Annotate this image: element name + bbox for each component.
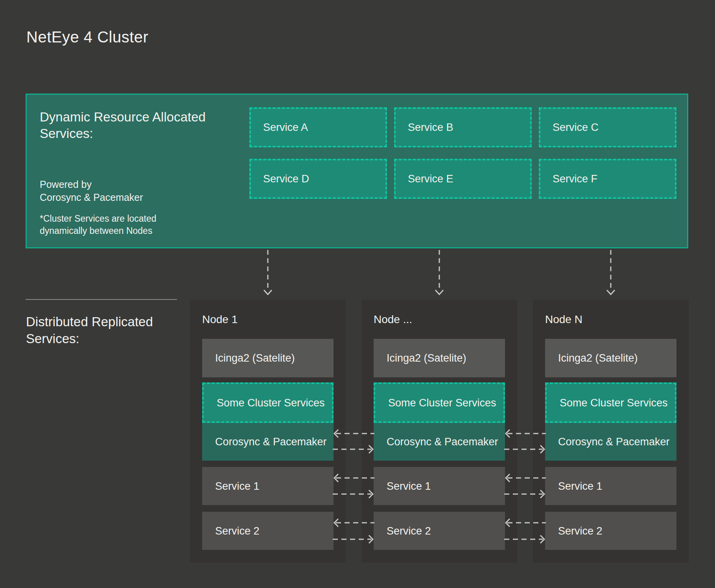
node-card-1: Node 1 Icinga2 (Satelite) Some Cluster S… <box>190 300 346 562</box>
dashed-arrow-right-icon <box>333 489 374 499</box>
note-line2: dynamically between Nodes <box>40 225 157 237</box>
node-n-corosync-box: Corosync & Pacemaker <box>545 423 676 461</box>
dynamic-services-heading: Dynamic Resource Allocated Services: <box>40 109 225 142</box>
node-1-title: Node 1 <box>202 313 238 326</box>
powered-by-line1: Powered by <box>40 178 143 191</box>
dashed-arrow-left-icon <box>333 473 374 483</box>
node-middle-icinga2-box: Icinga2 (Satelite) <box>374 339 505 377</box>
dashed-arrow-left-icon <box>333 428 374 439</box>
dashed-arrow-left-icon <box>504 518 546 528</box>
node-n-cluster-services-box: Some Cluster Services <box>545 382 676 423</box>
service-box-c: Service C <box>539 107 676 147</box>
dashed-arrow-right-icon <box>504 489 546 499</box>
powered-by-line2: Corosync & Pacemaker <box>40 191 143 204</box>
dashed-arrow-down-icon <box>606 250 616 296</box>
dashed-arrow-right-icon <box>333 534 374 544</box>
node-middle-cluster-services-box: Some Cluster Services <box>374 382 505 423</box>
node-1-service-2-box: Service 2 <box>202 512 334 550</box>
node-n-service-1-box: Service 1 <box>545 467 676 505</box>
dashed-arrow-right-icon <box>504 534 546 544</box>
node-1-cluster-services-box: Some Cluster Services <box>202 382 334 423</box>
node-middle-service-2-box: Service 2 <box>374 512 505 550</box>
service-box-b: Service B <box>394 107 532 147</box>
dynamic-services-container: Dynamic Resource Allocated Services: Pow… <box>26 94 688 248</box>
service-box-a: Service A <box>249 107 387 147</box>
distributed-services-heading: Distributed Replicated Services: <box>26 313 175 347</box>
dashed-arrow-right-icon <box>504 444 546 454</box>
neteye-cluster-diagram: NetEye 4 Cluster Dynamic Resource Alloca… <box>0 0 715 588</box>
node-1-corosync-box: Corosync & Pacemaker <box>202 423 334 461</box>
service-box-e: Service E <box>394 159 532 199</box>
section-divider <box>26 299 177 300</box>
powered-by-label: Powered by Corosync & Pacemaker <box>40 178 143 204</box>
note-line1: *Cluster Services are located <box>40 213 157 225</box>
dashed-arrow-left-icon <box>333 518 374 528</box>
node-n-icinga2-box: Icinga2 (Satelite) <box>545 339 676 377</box>
node-n-service-2-box: Service 2 <box>545 512 676 550</box>
dynamic-services-grid: Service A Service B Service C Service D … <box>249 107 676 199</box>
cluster-services-note: *Cluster Services are located dynamicall… <box>40 213 157 237</box>
node-card-middle: Node ... Icinga2 (Satelite) Some Cluster… <box>361 300 517 562</box>
node-card-n: Node N Icinga2 (Satelite) Some Cluster S… <box>533 300 689 562</box>
node-n-title: Node N <box>545 313 582 326</box>
service-box-d: Service D <box>249 159 387 199</box>
node-1-icinga2-box: Icinga2 (Satelite) <box>202 339 334 377</box>
page-title: NetEye 4 Cluster <box>26 28 148 46</box>
dashed-arrow-right-icon <box>333 444 374 454</box>
dashed-arrow-down-icon <box>263 250 273 296</box>
node-middle-service-1-box: Service 1 <box>374 467 505 505</box>
dashed-arrow-left-icon <box>504 428 546 439</box>
dashed-arrow-left-icon <box>504 473 546 483</box>
dashed-arrow-down-icon <box>434 250 444 296</box>
node-middle-corosync-box: Corosync & Pacemaker <box>374 423 505 461</box>
node-1-service-1-box: Service 1 <box>202 467 334 505</box>
node-middle-title: Node ... <box>374 313 412 326</box>
service-box-f: Service F <box>539 159 676 199</box>
